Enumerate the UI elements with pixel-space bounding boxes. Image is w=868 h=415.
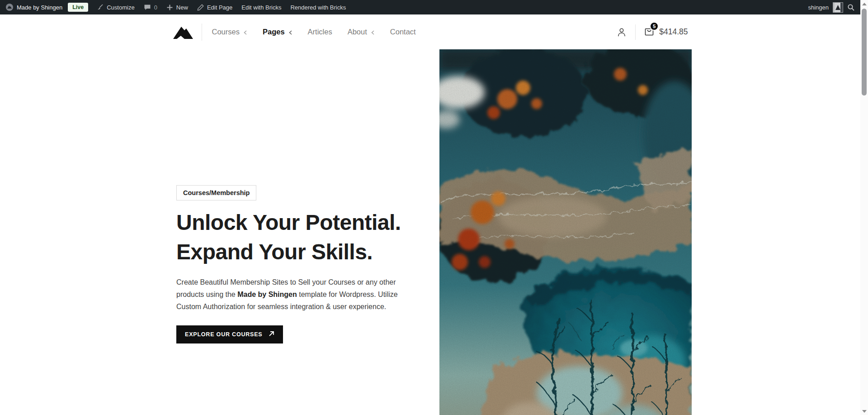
admin-new[interactable]: New xyxy=(162,0,193,14)
search-icon[interactable] xyxy=(847,4,855,11)
site-favicon-icon xyxy=(5,3,14,11)
scrollbar-thumb[interactable] xyxy=(862,9,867,95)
nav-label: Contact xyxy=(390,28,416,36)
brush-icon xyxy=(96,4,104,11)
main-navigation: Courses Pages Articles About xyxy=(212,28,431,36)
nav-label: Pages xyxy=(263,28,285,36)
admin-username[interactable]: shingen xyxy=(808,4,829,11)
hero-section: Courses/Membership Unlock Your Potential… xyxy=(0,49,868,415)
admin-customize[interactable]: Customize xyxy=(92,0,139,14)
explore-courses-button[interactable]: EXPLORE OUR COURSES xyxy=(176,325,283,343)
admin-edit-page-label: Edit Page xyxy=(207,4,232,11)
admin-edit-page[interactable]: Edit Page xyxy=(193,0,237,14)
chevron-icon xyxy=(371,30,375,35)
scrollbar-up-arrow[interactable] xyxy=(860,0,868,8)
admin-rendered-with-bricks-label: Rendered with Bricks xyxy=(290,4,346,11)
plus-icon xyxy=(166,4,173,11)
admin-comments[interactable]: 0 xyxy=(139,0,162,14)
nav-label: Articles xyxy=(308,28,332,36)
paragraph-bold-text: Made by Shingen xyxy=(237,291,297,298)
scrollbar-down-arrow[interactable] xyxy=(860,407,868,415)
chevron-icon xyxy=(288,30,292,35)
admin-bar-left: Made by Shingen Live Customize 0 New Edi xyxy=(0,0,350,14)
admin-bar-right: shingen xyxy=(808,0,860,14)
comment-bubble-icon xyxy=(144,4,151,11)
wp-admin-bar: Made by Shingen Live Customize 0 New Edi xyxy=(0,0,860,14)
admin-edit-with-bricks-label: Edit with Bricks xyxy=(241,4,281,11)
header-left: Courses Pages Articles About xyxy=(173,24,431,41)
admin-site-menu[interactable]: Made by Shingen xyxy=(0,0,67,14)
site-logo[interactable] xyxy=(173,25,193,39)
hero-text-block: Courses/Membership Unlock Your Potential… xyxy=(176,49,439,343)
nav-item-about[interactable]: About xyxy=(348,28,375,36)
cta-label: EXPLORE OUR COURSES xyxy=(185,331,262,338)
admin-new-label: New xyxy=(176,4,188,11)
nav-label: Courses xyxy=(212,28,240,36)
header-right: 5 $414.85 xyxy=(616,24,688,40)
arrow-up-right-icon xyxy=(269,331,274,338)
nav-item-courses[interactable]: Courses xyxy=(212,28,247,36)
category-badge: Courses/Membership xyxy=(176,185,256,200)
admin-edit-with-bricks[interactable]: Edit with Bricks xyxy=(237,0,286,14)
nav-item-pages[interactable]: Pages xyxy=(263,28,292,36)
admin-rendered-with-bricks[interactable]: Rendered with Bricks xyxy=(286,0,350,14)
nav-item-contact[interactable]: Contact xyxy=(390,28,416,36)
admin-comments-count: 0 xyxy=(154,4,157,11)
nav-item-articles[interactable]: Articles xyxy=(308,28,332,36)
nav-label: About xyxy=(348,28,367,36)
live-status-badge: Live xyxy=(68,3,88,12)
admin-site-name: Made by Shingen xyxy=(17,4,62,11)
site-header: Courses Pages Articles About xyxy=(0,14,860,49)
hero-image-river-delta xyxy=(439,49,692,415)
cart-button[interactable]: 5 xyxy=(644,26,655,38)
user-avatar[interactable] xyxy=(833,2,843,13)
page-scrollbar xyxy=(860,0,868,415)
hero-heading-line2: Expand Your Skills. xyxy=(176,237,439,267)
header-divider xyxy=(635,24,636,40)
chevron-icon xyxy=(243,30,247,35)
pencil-icon xyxy=(197,4,204,11)
hero-paragraph: Create Beautiful Membership Sites to Sel… xyxy=(176,276,424,313)
admin-customize-label: Customize xyxy=(107,4,134,11)
cart-count-badge: 5 xyxy=(650,22,659,31)
hero-heading-line1: Unlock Your Potential. xyxy=(176,208,439,237)
hero-heading: Unlock Your Potential. Expand Your Skill… xyxy=(176,208,439,267)
cart-total[interactable]: $414.85 xyxy=(659,27,688,37)
header-divider xyxy=(202,24,202,41)
account-user-icon[interactable] xyxy=(616,27,627,38)
